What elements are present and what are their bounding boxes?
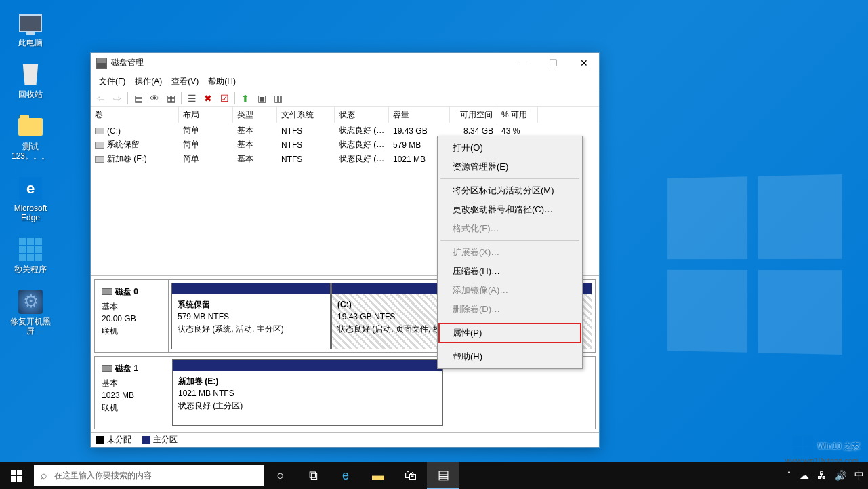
pc-icon xyxy=(17,9,44,37)
toolbar-up[interactable]: ⬆ xyxy=(238,92,253,105)
context-menu-item[interactable]: 打开(O) xyxy=(439,138,581,157)
context-menu-item[interactable]: 更改驱动器号和路径(C)… xyxy=(439,200,581,219)
menu-action[interactable]: 操作(A) xyxy=(131,75,166,89)
grid-icon xyxy=(17,236,44,263)
toolbar-view1[interactable]: ▤ xyxy=(131,92,146,105)
legend: 未分配主分区 xyxy=(91,432,599,447)
menu-view[interactable]: 查看(V) xyxy=(167,75,203,89)
watermark: Win10 之家 xyxy=(793,436,860,456)
windows-icon xyxy=(11,470,22,482)
toolbar-separator xyxy=(127,92,128,104)
legend-swatch xyxy=(96,436,104,444)
search-placeholder: 在这里输入你要搜索的内容 xyxy=(54,470,152,482)
menu-separator xyxy=(440,240,579,241)
taskbar-explorer[interactable]: ▬ xyxy=(362,462,394,489)
menu-separator xyxy=(440,321,579,321)
taskbar-edge[interactable]: e xyxy=(329,462,362,489)
back-button[interactable]: ⇦ xyxy=(94,92,108,105)
legend-item: 未分配 xyxy=(96,434,131,446)
titlebar[interactable]: 磁盘管理 — ☐ ✕ xyxy=(91,53,599,73)
context-menu-item[interactable]: 资源管理器(E) xyxy=(439,157,581,176)
desktop-icon-label: Microsoft Edge xyxy=(7,203,54,223)
toolbar-props[interactable]: ▣ xyxy=(254,92,269,105)
table-header: 卷 布局 类型 文件系统 状态 容量 可用空间 % 可用 xyxy=(91,107,599,123)
edge-icon: e xyxy=(17,175,44,202)
desktop-icon-folder[interactable]: 测试123。。。 xyxy=(7,113,54,161)
context-menu-item: 格式化(F)… xyxy=(439,219,581,238)
desktop-icons: 此电脑 回收站 测试123。。。 eMicrosoft Edge 秒关程序 ⚙修… xyxy=(7,9,54,336)
menu-help[interactable]: 帮助(H) xyxy=(204,75,240,89)
close-button[interactable]: ✕ xyxy=(569,53,599,73)
maximize-button[interactable]: ☐ xyxy=(538,53,569,73)
disk-info[interactable]: 磁盘 1基本1023 MB联机 xyxy=(95,357,169,429)
volume-icon xyxy=(95,128,104,134)
volume-box[interactable]: 系统保留579 MB NTFS状态良好 (系统, 活动, 主分区) xyxy=(171,283,331,349)
forward-button[interactable]: ⇨ xyxy=(110,92,125,105)
context-menu-item[interactable]: 属性(P) xyxy=(439,324,581,343)
context-menu: 打开(O)资源管理器(E)将分区标记为活动分区(M)更改驱动器号和路径(C)…格… xyxy=(437,136,583,369)
search-input[interactable]: ⌕在这里输入你要搜索的内容 xyxy=(34,465,264,486)
tray-onedrive-icon[interactable]: ☁ xyxy=(795,470,813,481)
toolbar-list[interactable]: ▥ xyxy=(270,92,285,105)
desktop-wallpaper-logo xyxy=(667,174,842,355)
tray-ime-icon[interactable]: 中 xyxy=(850,469,868,482)
col-status[interactable]: 状态 xyxy=(335,107,389,123)
desktop-icon-edge[interactable]: eMicrosoft Edge xyxy=(7,175,54,223)
windows-icon xyxy=(793,436,813,456)
toolbar-delete[interactable]: ✖ xyxy=(201,92,215,105)
menu-separator xyxy=(440,345,579,345)
toolbar-separator xyxy=(234,92,235,104)
folder-icon xyxy=(17,113,44,140)
toolbar-check[interactable]: ☑ xyxy=(217,92,232,105)
window-controls: — ☐ ✕ xyxy=(508,53,599,73)
col-layout[interactable]: 布局 xyxy=(179,107,233,123)
window-title: 磁盘管理 xyxy=(111,57,508,69)
volume-icon xyxy=(95,156,104,163)
desktop-icon-label: 此电脑 xyxy=(18,38,43,47)
volume-icon xyxy=(95,142,104,149)
col-fs[interactable]: 文件系统 xyxy=(277,107,335,123)
app-icon xyxy=(96,58,107,69)
minimize-button[interactable]: — xyxy=(508,53,538,73)
col-type[interactable]: 类型 xyxy=(233,107,277,123)
taskview-button[interactable]: ⧉ xyxy=(297,462,329,489)
cortana-button[interactable]: ○ xyxy=(264,462,297,489)
desktop-icon-recyclebin[interactable]: 回收站 xyxy=(7,61,54,99)
desktop-icon-grid[interactable]: 秒关程序 xyxy=(7,236,54,274)
watermark-text: Win10 之家 xyxy=(817,441,860,452)
system-tray: ˄ ☁ 🖧 🔊 中 xyxy=(783,462,868,489)
context-menu-item[interactable]: 将分区标记为活动分区(M) xyxy=(439,181,581,200)
taskbar-store[interactable]: 🛍 xyxy=(394,462,427,489)
toolbar-view3[interactable]: ▦ xyxy=(163,92,178,105)
start-button[interactable] xyxy=(0,462,33,489)
taskbar: ⌕在这里输入你要搜索的内容 ○ ⧉ e ▬ 🛍 ▤ ˄ ☁ 🖧 🔊 中 xyxy=(0,462,868,489)
desktop-icon-label: 测试123。。。 xyxy=(7,142,54,161)
tray-chevron-icon[interactable]: ˄ xyxy=(783,470,795,481)
desktop-icon-thispc[interactable]: 此电脑 xyxy=(7,9,54,47)
desktop-icon-label: 回收站 xyxy=(18,90,43,99)
desktop-icon-gear[interactable]: ⚙修复开机黑屏 xyxy=(7,288,54,336)
context-menu-item[interactable]: 压缩卷(H)… xyxy=(439,262,581,281)
volume-box[interactable]: 新加卷 (E:)1021 MB NTFS状态良好 (主分区) xyxy=(172,359,443,426)
menu-file[interactable]: 文件(F) xyxy=(95,75,129,89)
desktop-icon-label: 修复开机黑屏 xyxy=(7,317,54,336)
gear-icon: ⚙ xyxy=(17,288,44,315)
toolbar-refresh[interactable]: ☰ xyxy=(184,92,199,105)
disk-icon xyxy=(102,365,112,372)
toolbar-view2[interactable]: 👁 xyxy=(147,92,162,105)
disk-info[interactable]: 磁盘 0基本20.00 GB联机 xyxy=(95,280,169,352)
menu-separator xyxy=(440,178,579,179)
col-pct[interactable]: % 可用 xyxy=(497,107,538,123)
context-menu-item: 删除卷(D)… xyxy=(439,300,581,319)
recyclebin-icon xyxy=(17,61,44,88)
col-capacity[interactable]: 容量 xyxy=(389,107,450,123)
menubar: 文件(F) 操作(A) 查看(V) 帮助(H) xyxy=(91,73,599,90)
context-menu-item: 扩展卷(X)… xyxy=(439,243,581,262)
col-free[interactable]: 可用空间 xyxy=(450,107,497,123)
col-volume[interactable]: 卷 xyxy=(91,107,179,123)
context-menu-item[interactable]: 帮助(H) xyxy=(439,347,581,366)
disk-icon xyxy=(102,288,112,295)
tray-network-icon[interactable]: 🖧 xyxy=(813,470,831,481)
taskbar-diskmgmt[interactable]: ▤ xyxy=(427,462,459,489)
tray-volume-icon[interactable]: 🔊 xyxy=(831,470,850,481)
